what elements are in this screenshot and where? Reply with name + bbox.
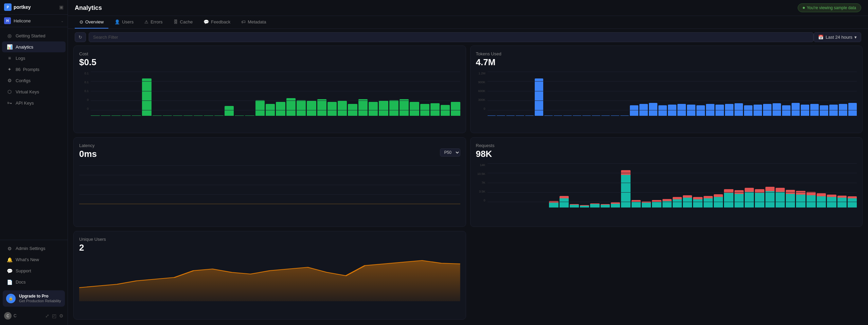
uu-value: 2: [79, 242, 460, 253]
requests-bar-group: [755, 170, 764, 207]
panel-toggle-icon[interactable]: ▣: [59, 4, 64, 10]
cost-chart-card: Cost $0.5 0.1 0.1 0.1 0 0: [73, 46, 466, 133]
charts-grid: Cost $0.5 0.1 0.1 0.1 0 0: [68, 46, 868, 325]
upgrade-box[interactable]: 🔒 Upgrade to Pro Get Production Reliabil…: [3, 290, 65, 307]
sidebar-item-configs[interactable]: ⚙ Configs: [2, 75, 66, 86]
y-label: 3.5K: [476, 190, 485, 193]
logs-icon: ≡: [7, 55, 12, 61]
tab-overview[interactable]: ⊙ Overview: [75, 16, 108, 29]
requests-bar-group: [560, 170, 569, 207]
tokens-bars-container: [488, 72, 857, 116]
bar: [782, 105, 791, 116]
workspace-avatar: H: [4, 17, 11, 24]
sidebar-item-prompts[interactable]: ✦ 86 Prompts: [2, 64, 66, 75]
sidebar-nav: ◎ Getting Started 📊 Analytics ≡ Logs ✦ 8…: [0, 27, 68, 240]
bar: [696, 105, 705, 116]
bar: [792, 103, 800, 116]
sidebar-item-analytics[interactable]: 📊 Analytics: [2, 41, 66, 52]
error-bar: [673, 197, 682, 199]
success-bar: [632, 202, 641, 207]
tab-label: Feedback: [211, 19, 230, 24]
bar: [307, 101, 316, 116]
requests-chart-card: Requests 98K 14K 10.5K 7K 3.5K 0: [470, 137, 863, 227]
requests-bar-group: [662, 170, 672, 207]
success-bar: [704, 198, 713, 207]
success-bar: [652, 202, 661, 207]
workspace-selector[interactable]: H Helicone ⌄: [0, 15, 68, 27]
bar: [573, 115, 581, 116]
y-label: 14K: [476, 163, 485, 167]
tab-metadata[interactable]: 🏷 Metadata: [236, 16, 271, 29]
cost-chart-area: [91, 72, 460, 116]
settings-icon[interactable]: ⚙: [59, 313, 64, 319]
requests-y-labels: 14K 10.5K 7K 3.5K 0: [476, 163, 485, 207]
sidebar-item-docs[interactable]: 📄 Docs: [2, 277, 66, 288]
bar: [763, 104, 772, 116]
success-bar: [755, 193, 764, 207]
success-bar: [673, 199, 682, 207]
bar: [214, 115, 224, 116]
requests-bar-group: [498, 170, 507, 207]
whats-new-icon: 🔔: [7, 257, 12, 263]
error-bar: [827, 195, 836, 197]
requests-chart-label: Requests: [476, 143, 857, 148]
tab-cache[interactable]: 🗄 Cache: [169, 16, 198, 29]
user-avatar: C: [4, 312, 12, 320]
sidebar-item-support[interactable]: 💬 Support: [2, 266, 66, 276]
tab-users[interactable]: 👤 Users: [110, 16, 138, 29]
bar: [839, 104, 847, 116]
bar: [194, 115, 203, 116]
sidebar-item-label: Logs: [16, 56, 25, 61]
bar: [266, 104, 275, 116]
tab-errors[interactable]: ⚠ Errors: [140, 16, 167, 29]
success-bar: [837, 198, 847, 207]
sidebar-item-label: Getting Started: [16, 33, 45, 38]
prompts-icon: ✦: [7, 67, 12, 72]
refresh-button[interactable]: ↻: [75, 32, 86, 42]
footer-icon-1[interactable]: ⤢: [45, 313, 49, 319]
sidebar-item-whats-new[interactable]: 🔔 What's New: [2, 254, 66, 265]
y-label: 300K: [476, 98, 485, 102]
sidebar-item-logs[interactable]: ≡ Logs: [2, 53, 66, 64]
latency-line: [79, 204, 460, 204]
success-bar: [714, 197, 723, 207]
tab-feedback[interactable]: 💬 Feedback: [199, 16, 235, 29]
success-bar: [724, 193, 733, 207]
requests-bar-group: [611, 170, 620, 207]
error-bar: [765, 187, 775, 191]
sidebar-item-label: Virtual Keys: [16, 89, 39, 94]
success-bar: [560, 198, 569, 207]
success-bar: [817, 196, 826, 207]
bar: [630, 105, 638, 116]
sidebar-item-label: Analytics: [16, 44, 33, 50]
time-range-selector[interactable]: 📅 Last 24 hours ▾: [814, 32, 861, 42]
tokens-chart-card: Tokens Used 4.7M 1.2M 900K 600K 300K 0: [470, 46, 863, 133]
latency-label-group: Latency 0ms: [79, 143, 97, 162]
cost-y-labels: 0.1 0.1 0.1 0 0: [79, 72, 89, 116]
percentile-select[interactable]: P50 P75 P90 P95 P99: [440, 148, 460, 157]
bar: [153, 115, 162, 116]
sidebar-item-label: API Keys: [16, 101, 34, 106]
sample-data-badge: You're viewing sample data: [798, 3, 861, 12]
bar: [677, 104, 686, 116]
grid-line: [79, 185, 460, 185]
main-header: Analytics You're viewing sample data: [68, 0, 868, 16]
sidebar-item-api-keys[interactable]: 🗝 API Keys: [2, 97, 66, 108]
tab-label: Overview: [85, 19, 104, 24]
requests-bar-group: [807, 170, 816, 207]
tokens-y-axis-container: 1.2M 900K 600K 300K 0: [476, 72, 857, 116]
bar: [516, 115, 524, 116]
latency-chart-area: [79, 165, 460, 210]
requests-bar-group: [529, 170, 538, 207]
sidebar-item-admin-settings[interactable]: ⚙ Admin Settings: [2, 243, 66, 254]
sidebar-item-getting-started[interactable]: ◎ Getting Started: [2, 30, 66, 41]
search-input[interactable]: [89, 32, 814, 42]
sidebar-item-label: Admin Settings: [16, 246, 45, 251]
latency-chart-controls: Latency 0ms P50 P75 P90 P95 P99: [79, 143, 460, 162]
requests-bar-group: [488, 170, 497, 207]
footer-icon-2[interactable]: ◰: [52, 313, 56, 319]
requests-bar-group: [580, 170, 589, 207]
requests-bar-group: [765, 170, 775, 207]
cost-chart-value: $0.5: [79, 57, 460, 68]
sidebar-item-virtual-keys[interactable]: ⬡ Virtual Keys: [2, 86, 66, 97]
